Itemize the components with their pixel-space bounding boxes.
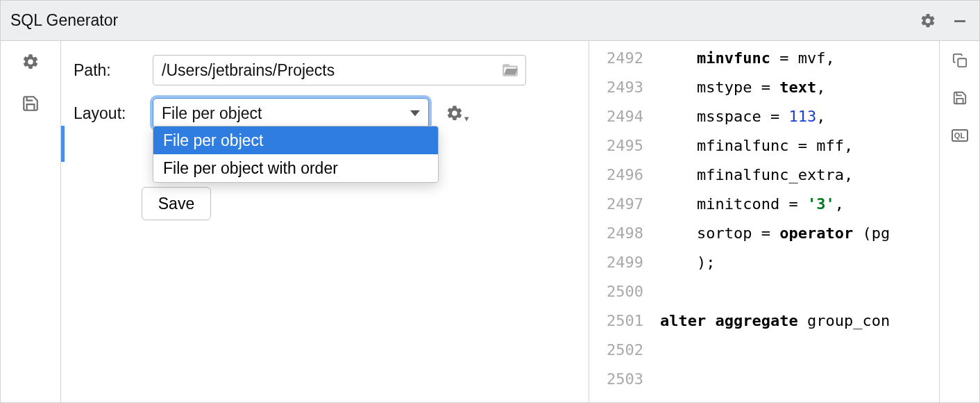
layout-dropdown: File per objectFile per object with orde…: [153, 126, 439, 183]
line-number: 2495: [589, 131, 643, 161]
gear-icon[interactable]: [19, 51, 42, 73]
modified-indicator: [61, 126, 65, 162]
line-number: 2503: [589, 365, 643, 394]
folder-open-icon[interactable]: [501, 61, 519, 79]
code-line: mstype = text,: [660, 73, 939, 102]
line-number: 2497: [589, 190, 643, 219]
dropdown-item[interactable]: File per object with order: [153, 154, 438, 182]
code-area[interactable]: minvfunc = mvf, mstype = text, msspace =…: [653, 41, 939, 402]
line-number: 2496: [589, 161, 643, 190]
chevron-down-icon: [410, 108, 420, 118]
editor-pane: 2492249324942495249624972498249925002501…: [589, 41, 979, 402]
titlebar: SQL Generator: [1, 1, 979, 41]
line-number: 2500: [589, 277, 643, 306]
code-line: minvfunc = mvf,: [660, 44, 939, 73]
code-line: msspace = 113,: [660, 102, 939, 131]
code-line: [660, 365, 939, 394]
line-number: 2502: [589, 336, 643, 365]
form-pane: Path: Layout: File per object ▾: [61, 41, 589, 402]
left-sidebar: [1, 41, 61, 402]
path-input[interactable]: [153, 55, 526, 85]
right-sidebar: QL: [939, 41, 979, 402]
code-line: sortop = operator (pg: [660, 219, 939, 248]
layout-combo[interactable]: File per object: [153, 98, 429, 129]
line-number: 2493: [589, 73, 643, 102]
line-number: 2498: [589, 219, 643, 248]
path-label: Path:: [74, 61, 153, 80]
code-line: );: [660, 248, 939, 277]
gutter: 2492249324942495249624972498249925002501…: [589, 41, 653, 402]
save-icon[interactable]: [19, 92, 42, 115]
line-number: 2499: [589, 248, 643, 277]
window-title: SQL Generator: [10, 11, 118, 30]
line-number: 2492: [589, 44, 643, 73]
copy-icon[interactable]: [950, 51, 970, 70]
code-line: minitcond = '3',: [660, 190, 939, 219]
ql-console-icon[interactable]: QL: [950, 126, 970, 145]
layout-label: Layout:: [74, 104, 153, 123]
code-line: mfinalfunc_extra,: [660, 161, 939, 190]
save-button[interactable]: Save: [142, 187, 211, 220]
code-line: alter aggregate group_con: [660, 306, 939, 336]
layout-combo-value: File per object: [162, 104, 262, 123]
line-number: 2501: [589, 306, 643, 336]
code-line: [660, 336, 939, 365]
save-icon[interactable]: [950, 88, 970, 108]
layout-settings-icon[interactable]: ▾: [446, 104, 464, 122]
minimize-icon[interactable]: [950, 11, 970, 31]
svg-rect-1: [958, 58, 966, 67]
save-button-label: Save: [158, 195, 194, 213]
code-line: mfinalfunc = mff,: [660, 131, 939, 161]
svg-rect-0: [954, 20, 965, 22]
line-number: 2494: [589, 102, 643, 131]
gear-icon[interactable]: [918, 11, 938, 31]
dropdown-item[interactable]: File per object: [153, 126, 438, 154]
code-line: [660, 277, 939, 306]
